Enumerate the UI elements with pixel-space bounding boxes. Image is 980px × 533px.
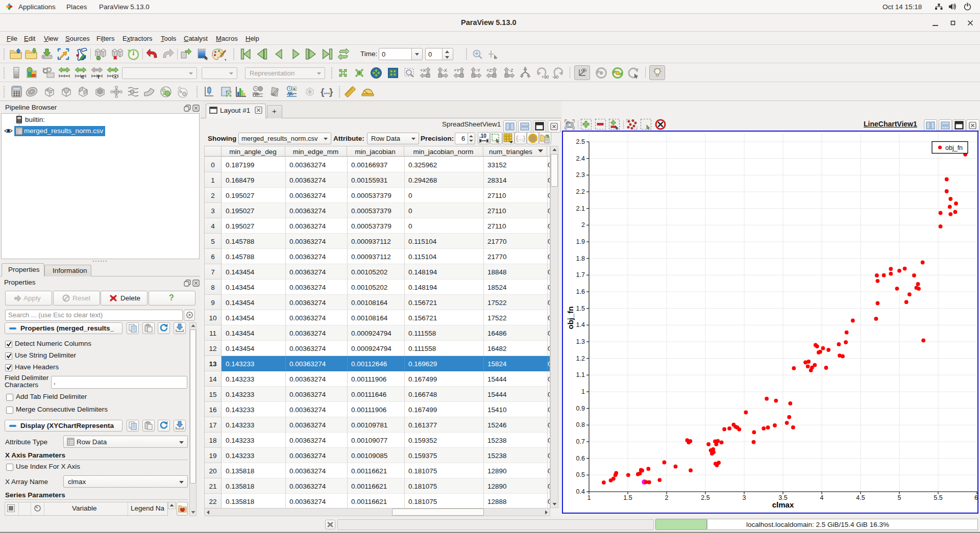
svg-text:2.3: 2.3 (576, 171, 585, 179)
svg-text:2: 2 (581, 221, 585, 229)
svg-text:3: 3 (743, 494, 746, 501)
svg-text:1.2: 1.2 (576, 355, 585, 362)
svg-text:.10: .10 (479, 133, 486, 139)
svg-text:2.4: 2.4 (576, 155, 585, 162)
svg-text:1.5: 1.5 (576, 305, 585, 312)
svg-text:{: { (321, 86, 324, 97)
svg-text:t: t (97, 73, 100, 79)
svg-text:obj_fn: obj_fn (945, 144, 963, 151)
svg-text:1.6: 1.6 (576, 288, 585, 295)
svg-text:2.2: 2.2 (576, 188, 585, 195)
svg-text:+X: +X (420, 68, 426, 73)
svg-text:2: 2 (665, 494, 669, 501)
svg-text:0.9: 0.9 (576, 405, 585, 412)
svg-text:1.8: 1.8 (576, 255, 585, 262)
svg-text:1.7: 1.7 (576, 271, 585, 278)
svg-text:-90: -90 (552, 74, 559, 79)
svg-text:0.6: 0.6 (576, 455, 585, 462)
svg-text:1.9: 1.9 (576, 238, 585, 245)
svg-text:5: 5 (898, 494, 901, 501)
svg-text:0.4: 0.4 (576, 488, 585, 495)
svg-text:{...}: {...} (516, 135, 525, 142)
svg-text:2.1: 2.1 (576, 205, 585, 212)
svg-text:6: 6 (974, 494, 977, 501)
svg-text:1: 1 (587, 494, 591, 501)
svg-text:0.8: 0.8 (576, 421, 585, 428)
svg-text:1.1: 1.1 (576, 371, 585, 378)
svg-text:+90: +90 (542, 74, 549, 79)
svg-text:-Y: -Y (476, 68, 480, 73)
svg-text:+Z: +Z (486, 68, 492, 73)
svg-text:4.5: 4.5 (856, 494, 865, 501)
svg-text:0.5: 0.5 (576, 471, 585, 478)
svg-text:4: 4 (820, 494, 824, 501)
svg-text:1: 1 (581, 388, 585, 395)
svg-text:0.7: 0.7 (576, 438, 585, 445)
svg-text:c: c (81, 73, 84, 79)
svg-text:}: } (329, 86, 333, 97)
svg-text:1.4: 1.4 (576, 321, 585, 328)
svg-text:1.3: 1.3 (576, 338, 585, 345)
svg-text:obj_fn: obj_fn (566, 307, 575, 329)
svg-text:-Z: -Z (509, 68, 513, 73)
svg-text:clmax: clmax (772, 500, 794, 509)
svg-text:1.5: 1.5 (623, 494, 632, 501)
svg-text:-X: -X (443, 68, 447, 73)
svg-text:2.5: 2.5 (576, 138, 585, 145)
svg-text:2.5: 2.5 (701, 494, 709, 501)
svg-text:+Y: +Y (454, 68, 459, 73)
svg-text:5.5: 5.5 (934, 494, 942, 501)
